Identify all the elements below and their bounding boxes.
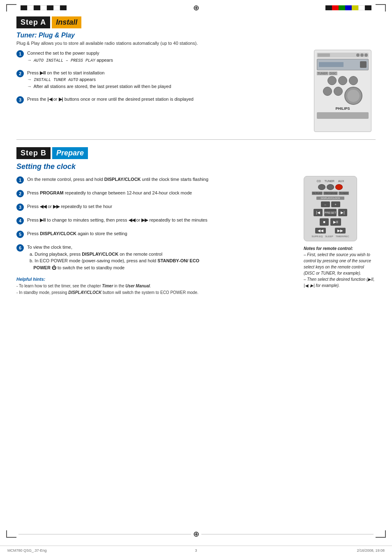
checkerboard-left [21, 5, 67, 10]
corner-bracket-br [376, 530, 386, 538]
device-drawing: TUNER DISC PHILIPS [314, 50, 371, 132]
crosshair-bottom: ⊕ [193, 530, 199, 539]
note-item-2: Then select the desired function (▶II, |… [304, 276, 376, 289]
step-b-item-2: 2 Press PROGRAM repeatedly to change bet… [16, 190, 295, 197]
step-b-item-3: 3 Press ◀◀ or ▶▶ repeatedly to set the h… [16, 203, 295, 211]
notes-title: Notes for remote control: [304, 245, 376, 252]
step-b-right-panel: CDTUNERAUX IN PLAY PROGRAM TUNER DISPLAY… [304, 176, 376, 296]
step-b-text-1: On the remote control, press and hold DI… [27, 176, 208, 183]
step-b-text-6: To view the clock time, a. During playba… [27, 244, 199, 271]
step-a-section: 1 Connect the set to the power supply → … [16, 50, 376, 132]
corner-bracket-tr [376, 4, 386, 12]
step-b-box: Step B [16, 147, 51, 159]
bottom-decoration: ⊕ [0, 530, 392, 539]
step-b-item-5: 5 Press DISPLAY/CLOCK again to store the… [16, 230, 295, 238]
step-b-text-2: Press PROGRAM repeatedly to change betwe… [27, 190, 192, 197]
step-a-instructions: 1 Connect the set to the power supply → … [16, 50, 302, 132]
step-b-num-3: 3 [16, 204, 24, 211]
color-bar-right [325, 5, 371, 10]
section-divider [16, 139, 376, 140]
corner-bracket-bl [6, 530, 16, 538]
hints-title: Helpful hints: [16, 277, 295, 282]
footer-page-num: 3 [133, 548, 259, 553]
remote-notes: Notes for remote control: First, select … [304, 245, 376, 289]
footer-date: 2/16/2008, 19:08 [259, 548, 385, 553]
step-a-title: Tuner: Plug & Play [16, 32, 376, 39]
step-a-item-2: 2 Press ▶II on the set to start installa… [16, 69, 302, 90]
helpful-hints: Helpful hints: - To learn how to set the… [16, 277, 295, 296]
step-a-num-1: 1 [16, 50, 24, 58]
step-b-header: Step B Prepare [16, 147, 376, 159]
step-b-layout: 1 On the remote control, press and hold … [16, 176, 376, 296]
step-a-text-1: Connect the set to the power supply → AU… [27, 50, 113, 64]
notes-list: First, select the source you wish to con… [304, 252, 376, 289]
step-a-box: Step A [16, 16, 50, 28]
step-b-label: Prepare [52, 147, 88, 159]
note-item-1: First, select the source you wish to con… [304, 252, 376, 276]
step-b-title: Setting the clock [16, 162, 376, 171]
step-a-item-1: 1 Connect the set to the power supply → … [16, 50, 302, 64]
step-b-instructions: 1 On the remote control, press and hold … [16, 176, 295, 296]
step-b-num-2: 2 [16, 190, 24, 197]
hints-text: - To learn how to set the timer, see the… [16, 283, 295, 296]
step-a-num-2: 2 [16, 70, 24, 77]
page-footer: MCM780 QSG_.37-Eng 3 2/16/2008, 19:08 [0, 546, 392, 555]
step-b-num-5: 5 [16, 231, 24, 238]
step-b-num-6: 6 [16, 244, 24, 252]
step-a-label: Install [52, 16, 81, 28]
step-a-header: Step A Install [16, 16, 376, 28]
step-b-text-3: Press ◀◀ or ▶▶ repeatedly to set the hou… [27, 203, 112, 210]
step-a-item-3: 3 Press the |◀ or ▶| buttons once or mor… [16, 96, 302, 104]
footer-left: MCM780 QSG_.37-Eng [7, 548, 133, 553]
step-b-text-5: Press DISPLAY/CLOCK again to store the s… [27, 230, 127, 237]
corner-bracket-tl [6, 4, 16, 12]
top-decoration: ⊕ [0, 0, 392, 12]
step-a-text-2: Press ▶II on the set to start installati… [27, 69, 171, 90]
step-a-subtitle: Plug & Play allows you to store all avai… [16, 41, 376, 46]
main-content: Step A Install Tuner: Plug & Play Plug &… [0, 12, 392, 300]
step-a-device-image: TUNER DISC PHILIPS [310, 50, 376, 132]
step-a-num-3: 3 [16, 96, 24, 104]
remote-control-drawing: CDTUNERAUX IN PLAY PROGRAM TUNER DISPLAY… [304, 176, 357, 241]
step-b-item-6: 6 To view the clock time, a. During play… [16, 244, 295, 271]
device-brand-label: PHILIPS [317, 106, 369, 111]
step-b-num-4: 4 [16, 217, 24, 224]
step-b-num-1: 1 [16, 176, 24, 184]
step-b-text-4: Press ▶II to change to minutes setting, … [27, 217, 208, 224]
step-a-text-3: Press the |◀ or ▶| buttons once or more … [27, 96, 194, 103]
crosshair-top: ⊕ [193, 3, 199, 12]
step-b-item-1: 1 On the remote control, press and hold … [16, 176, 295, 184]
step-b-item-4: 4 Press ▶II to change to minutes setting… [16, 217, 295, 224]
